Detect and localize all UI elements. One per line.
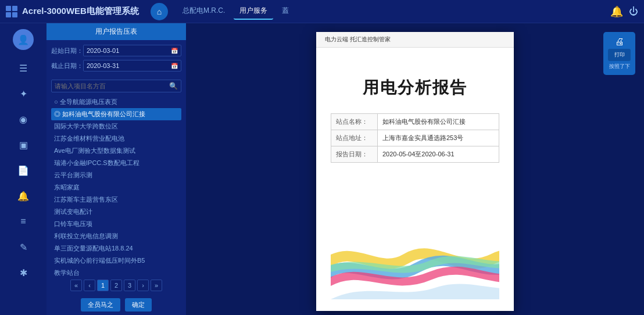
info-value-1: 上海市嘉金实具通选路253号 — [378, 130, 468, 146]
printer-icon: 🖨 — [615, 37, 624, 47]
sidebar-icon-list[interactable]: ≡ — [13, 211, 34, 232]
sidebar-icon-alert[interactable]: 🔔 — [13, 185, 34, 206]
logo-icon — [6, 6, 17, 17]
page-2[interactable]: 2 — [110, 280, 122, 291]
tree-item-1[interactable]: ◎ 如科油电气股份有限公司汇接 — [51, 108, 181, 120]
sidebar-icon-report[interactable]: 📄 — [13, 160, 34, 181]
tree-item-6[interactable]: 云平台测示测 — [51, 169, 181, 181]
info-row-0: 站点名称： 如科油电气股份有限公司汇接 — [331, 114, 499, 130]
sidebar-icon-menu[interactable]: ☰ — [13, 58, 34, 78]
user-avatar[interactable]: 👤 — [13, 29, 34, 50]
end-date-label: 截止日期： — [51, 62, 83, 70]
home-button[interactable]: ⌂ — [151, 3, 168, 20]
sidebar-icon-settings[interactable]: ✱ — [13, 262, 34, 283]
sidebar-icon-star[interactable]: ✦ — [13, 83, 34, 104]
tree-list: ○ 全导航能源电压表页 ◎ 如科油电气股份有限公司汇接 国际大学大学跨数位区 江… — [46, 96, 186, 276]
page-3[interactable]: 3 — [124, 280, 135, 291]
panel-header: 用户报告压表 — [46, 23, 186, 40]
float-panel: 🖨 打印 按照了下 — [603, 32, 635, 75]
info-label-0: 站点名称： — [331, 114, 378, 130]
page-1[interactable]: 1 — [97, 280, 109, 291]
nav-menu: 总配电M.R.C. 用户服务 蓋 — [177, 3, 610, 20]
nav-menu-item-3[interactable]: 蓋 — [276, 3, 295, 20]
search-icon: 🔍 — [169, 82, 178, 90]
top-nav: Acrel-3000WEB电能管理系统 ⌂ 总配电M.R.C. 用户服务 蓋 🔔… — [0, 0, 644, 23]
notification-icon[interactable]: 🔔 — [610, 5, 623, 18]
generate-button[interactable]: 全员马之 — [81, 298, 120, 312]
tree-item-9[interactable]: 测试变电配计 — [51, 206, 181, 218]
report-title: 用电分析报告 — [331, 77, 499, 99]
nav-menu-item-2[interactable]: 用户服务 — [234, 3, 273, 20]
sidebar-icon-grid[interactable]: ▣ — [13, 134, 34, 155]
info-label-1: 站点地址： — [331, 130, 378, 146]
print-button[interactable]: 打印 — [608, 49, 631, 61]
tree-item-13[interactable]: 实机城的心前行端低压时间外B5 — [51, 255, 181, 267]
page-last[interactable]: » — [151, 280, 162, 291]
start-date-row: 起始日期： 2020-03-01 📅 — [51, 45, 181, 56]
info-row-1: 站点地址： 上海市嘉金实具通选路253号 — [331, 130, 499, 146]
pagination: « ‹ 1 2 3 › » — [46, 276, 186, 295]
tree-item-3[interactable]: 江苏金维材料营业配电池 — [51, 133, 181, 145]
panel-form: 起始日期： 2020-03-01 📅 截止日期： 2020-03-31 📅 — [46, 40, 186, 80]
nav-right: 🔔 ⏻ — [610, 5, 638, 18]
tree-item-12[interactable]: 单三面交量源配电站18.8.24 — [51, 242, 181, 255]
main-content: 👤 ☰ ✦ ◉ ▣ 📄 🔔 ≡ ✎ ✱ 用户报告压表 起始日期： 2020-03… — [0, 23, 644, 315]
tree-item-4[interactable]: Ave电厂测验大型数据集测试 — [51, 145, 181, 157]
start-date-input[interactable]: 2020-03-01 📅 — [83, 45, 181, 56]
power-icon[interactable]: ⏻ — [629, 6, 638, 17]
sidebar-icon-edit[interactable]: ✎ — [13, 237, 34, 257]
report-header-text: 电力云端 托汇造控制管家 — [325, 35, 391, 44]
info-value-2: 2020-05-04至2020-06-31 — [378, 146, 459, 162]
tree-item-2[interactable]: 国际大学大学跨数位区 — [51, 120, 181, 133]
info-value-0: 如科油电气股份有限公司汇接 — [378, 114, 470, 130]
report-header-bar: 电力云端 托汇造控制管家 — [316, 32, 514, 48]
tree-item-10[interactable]: 口铃车电压项 — [51, 218, 181, 230]
search-box[interactable]: 🔍 — [51, 80, 181, 92]
calendar-icon: 📅 — [171, 48, 178, 54]
search-input[interactable] — [55, 83, 169, 90]
app-title: Acrel-3000WEB电能管理系统 — [22, 6, 139, 17]
info-label-2: 报告日期： — [331, 146, 378, 162]
sidebar-icon-chart[interactable]: ◉ — [13, 109, 34, 130]
end-date-input[interactable]: 2020-03-31 📅 — [83, 60, 181, 71]
start-date-label: 起始日期： — [51, 46, 83, 55]
report-info-table: 站点名称： 如科油电气股份有限公司汇接 站点地址： 上海市嘉金实具通选路253号… — [331, 113, 499, 163]
float-sub-label: 按照了下 — [609, 63, 630, 70]
tree-item-11[interactable]: 利联投立光电信息调测 — [51, 230, 181, 242]
nav-menu-item-1[interactable]: 总配电M.R.C. — [177, 3, 231, 20]
tree-item-7[interactable]: 东昭家庭 — [51, 181, 181, 194]
calendar-icon-2: 📅 — [171, 63, 178, 69]
page-first[interactable]: « — [70, 280, 82, 291]
tree-item-8[interactable]: 江苏斯车主题营售东区 — [51, 194, 181, 206]
wave-decoration — [331, 230, 499, 299]
info-row-2: 报告日期： 2020-05-04至2020-06-31 — [331, 146, 499, 162]
tree-item-0[interactable]: ○ 全导航能源电压表页 — [51, 96, 181, 108]
confirm-button[interactable]: 确定 — [125, 298, 152, 312]
left-panel: 用户报告压表 起始日期： 2020-03-01 📅 截止日期： 2020-03-… — [46, 23, 186, 315]
report-body: 用电分析报告 站点名称： 如科油电气股份有限公司汇接 站点地址： 上海市嘉金实具… — [316, 48, 514, 311]
right-content: 电力云端 托汇造控制管家 用电分析报告 站点名称： 如科油电气股份有限公司汇接 … — [186, 23, 644, 315]
report-document: 电力云端 托汇造控制管家 用电分析报告 站点名称： 如科油电气股份有限公司汇接 … — [316, 32, 514, 311]
left-sidebar: 👤 ☰ ✦ ◉ ▣ 📄 🔔 ≡ ✎ ✱ — [0, 23, 46, 315]
tree-item-14[interactable]: 教学站台 — [51, 267, 181, 276]
end-date-row: 截止日期： 2020-03-31 📅 — [51, 60, 181, 71]
tree-item-5[interactable]: 瑞港小金融IPCC.S数配电工程 — [51, 157, 181, 169]
panel-footer: 全员马之 确定 — [46, 295, 186, 315]
page-prev[interactable]: ‹ — [84, 280, 95, 291]
page-next[interactable]: › — [137, 280, 149, 291]
